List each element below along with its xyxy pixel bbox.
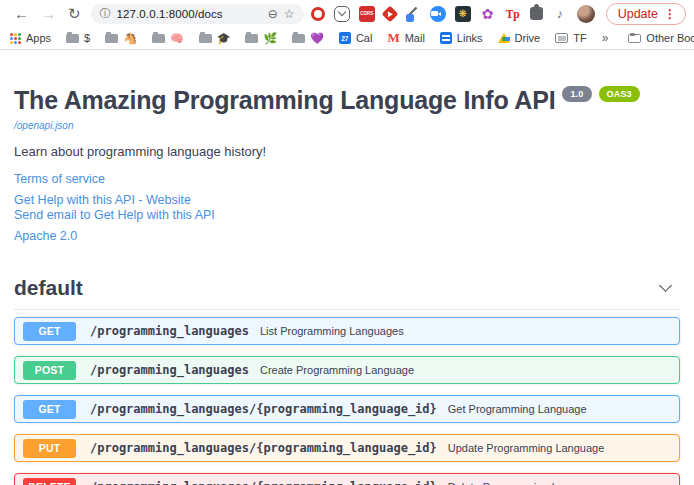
api-description: Learn about programming language history… — [14, 144, 680, 159]
bookmark-label: Apps — [26, 32, 51, 44]
endpoint-path: /programming_languages — [90, 324, 249, 338]
endpoint-summary: Get Programming Language — [448, 403, 587, 415]
other-bookmarks-label: Other Bookmarks — [646, 32, 694, 44]
folder-icon — [105, 34, 118, 43]
toggl-extension-icon[interactable]: Tp — [505, 6, 521, 22]
section-header-default[interactable]: default — [14, 276, 680, 310]
zoom-camera-extension-icon[interactable] — [430, 6, 446, 22]
red-circle-extension-icon[interactable] — [311, 7, 325, 21]
site-info-icon[interactable]: ⓘ — [100, 6, 111, 21]
bookmark-label: Cal — [356, 32, 373, 44]
bookmarks-bar: Apps $ 🐴 🧠 🎓 🌿 💜 27 Cal M Mail Links Dri… — [0, 27, 694, 50]
contact-website-link[interactable]: Get Help with this API - Website — [14, 193, 680, 207]
folder-icon — [66, 34, 79, 43]
extensions-row: CORS ❋ ✿ Tp ♪ Update ⋮ — [304, 3, 686, 25]
redirect-extension-icon[interactable] — [381, 5, 398, 22]
forward-icon[interactable]: → — [35, 6, 62, 21]
bookmark-label: $ — [84, 32, 90, 44]
address-bar[interactable]: ⓘ 127.0.0.1:8000/docs ⊖ ☆ — [91, 4, 304, 24]
playlist-extension-icon[interactable]: ♪ — [552, 6, 568, 22]
endpoint-summary: List Programming Languages — [260, 325, 404, 337]
other-bookmarks[interactable]: Other Bookmarks — [628, 32, 694, 44]
api-title-row: The Amazing Programming Language Info AP… — [14, 86, 680, 115]
folder-icon — [245, 34, 258, 43]
openapi-spec-link[interactable]: /openapi.json — [14, 120, 74, 131]
page-title: The Amazing Programming Language Info AP… — [14, 86, 555, 115]
endpoint-path: /programming_languages/{programming_lang… — [90, 480, 437, 485]
bookmark-label: 🧠 — [170, 32, 184, 45]
zoom-out-icon[interactable]: ⊖ — [268, 7, 278, 21]
chevron-down-icon[interactable] — [659, 279, 672, 292]
update-label: Update — [618, 7, 658, 21]
version-badge: 1.0 — [562, 86, 591, 102]
contact-email-link[interactable]: Send email to Get Help with this API — [14, 208, 680, 222]
oas3-badge: OAS3 — [599, 86, 640, 102]
puzzle-extension-icon[interactable] — [530, 7, 543, 20]
bookmark-folder-dollar[interactable]: $ — [66, 32, 90, 44]
back-icon[interactable]: ← — [8, 6, 35, 21]
bookmark-links[interactable]: Links — [440, 32, 483, 44]
method-badge: GET — [23, 400, 76, 419]
browser-toolbar: ← → ↻ ⓘ 127.0.0.1:8000/docs ⊖ ☆ CORS ❋ ✿… — [0, 0, 694, 27]
bookmark-calendar[interactable]: 27 Cal — [339, 32, 373, 44]
bookmark-label: 🐴 — [123, 32, 137, 45]
folder-icon — [628, 34, 641, 43]
endpoint-path: /programming_languages — [90, 363, 249, 377]
endpoint-summary: Delete Programming Language — [448, 481, 601, 485]
bookmark-apps[interactable]: Apps — [10, 32, 51, 44]
tf-icon — [555, 33, 568, 43]
swagger-page: The Amazing Programming Language Info AP… — [0, 86, 694, 485]
bookmark-folder-heart[interactable]: 💜 — [292, 32, 324, 45]
reload-icon[interactable]: ↻ — [62, 6, 87, 21]
drive-icon — [498, 33, 510, 43]
endpoint-path: /programming_languages/{programming_lang… — [90, 402, 437, 416]
endpoint-summary: Create Programming Language — [260, 364, 414, 376]
art-extension-icon[interactable]: ❋ — [455, 6, 471, 22]
folder-icon — [199, 34, 212, 43]
endpoint-summary: Update Programming Language — [448, 442, 605, 454]
bookmark-drive[interactable]: Drive — [498, 32, 541, 44]
bookmark-label: 🌿 — [263, 32, 277, 45]
bookmarks-overflow-icon[interactable]: » — [602, 31, 609, 45]
bookmark-label: 💜 — [310, 32, 324, 45]
bookmark-label: Links — [457, 32, 483, 44]
terms-of-service-link[interactable]: Terms of service — [14, 172, 680, 186]
update-button[interactable]: Update ⋮ — [606, 3, 686, 25]
operations-list: GET /programming_languages List Programm… — [14, 317, 680, 485]
color-picker-extension-icon[interactable] — [405, 6, 421, 22]
bookmark-folder-horse[interactable]: 🐴 — [105, 32, 137, 45]
menu-dots-icon[interactable]: ⋮ — [664, 7, 676, 21]
pocket-extension-icon[interactable] — [334, 6, 350, 22]
flower-extension-icon[interactable]: ✿ — [480, 6, 496, 22]
gmail-icon: M — [387, 30, 399, 46]
url-text[interactable]: 127.0.0.1:8000/docs — [117, 8, 262, 20]
endpoint-row-list-languages[interactable]: GET /programming_languages List Programm… — [14, 317, 680, 345]
endpoint-row-create-language[interactable]: POST /programming_languages Create Progr… — [14, 356, 680, 384]
license-link[interactable]: Apache 2.0 — [14, 229, 680, 243]
bookmark-mail[interactable]: M Mail — [387, 30, 424, 46]
bookmark-folder-brain[interactable]: 🧠 — [152, 32, 184, 45]
bookmark-label: Drive — [515, 32, 541, 44]
bookmark-label: Mail — [405, 32, 425, 44]
apps-grid-icon — [10, 33, 21, 44]
method-badge: POST — [23, 361, 76, 380]
endpoint-row-delete-language[interactable]: DELETE /programming_languages/{programmi… — [14, 473, 680, 485]
method-badge: PUT — [23, 439, 76, 458]
bookmark-tf[interactable]: TF — [555, 32, 586, 44]
endpoint-row-get-language[interactable]: GET /programming_languages/{programming_… — [14, 395, 680, 423]
folder-icon — [152, 34, 165, 43]
links-icon — [440, 32, 452, 44]
profile-avatar[interactable] — [577, 5, 595, 23]
bookmark-star-icon[interactable]: ☆ — [284, 7, 295, 21]
bookmark-label: TF — [573, 32, 586, 44]
folder-icon — [292, 34, 305, 43]
section-title: default — [14, 276, 83, 300]
method-badge: GET — [23, 322, 76, 341]
method-badge: DELETE — [23, 478, 76, 485]
cors-extension-icon[interactable]: CORS — [359, 6, 375, 22]
endpoint-path: /programming_languages/{programming_lang… — [90, 441, 437, 455]
bookmark-folder-plant[interactable]: 🌿 — [245, 32, 277, 45]
bookmark-label: 🎓 — [217, 32, 231, 45]
endpoint-row-update-language[interactable]: PUT /programming_languages/{programming_… — [14, 434, 680, 462]
bookmark-folder-grad[interactable]: 🎓 — [199, 32, 231, 45]
